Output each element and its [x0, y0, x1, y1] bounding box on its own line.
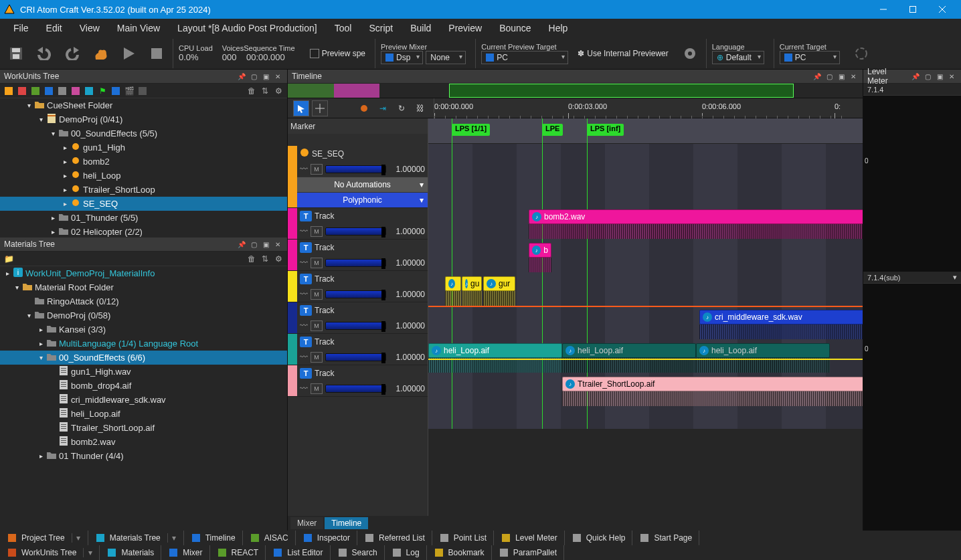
- tree-item[interactable]: ▸02 Helicopter (2/2): [0, 225, 287, 238]
- bottom-tab-point-list[interactable]: Point List: [432, 531, 494, 545]
- tree-item[interactable]: ▾DemoProj (0/58): [0, 308, 287, 322]
- stop-icon[interactable]: [145, 41, 169, 66]
- bottom-tab-start-page[interactable]: Start Page: [632, 531, 699, 545]
- bottom-tab-aisac[interactable]: AISAC: [243, 531, 296, 545]
- bottom-tab-workunits-tree[interactable]: WorkUnits Tree▾: [0, 545, 100, 560]
- materials-tree[interactable]: ▸iWorkUnit_DemoProj_MaterialInfo▾Materia…: [0, 266, 287, 531]
- undo-icon[interactable]: [32, 41, 56, 66]
- tree-item[interactable]: RingoAttack (0/12): [0, 294, 287, 308]
- record-icon[interactable]: [356, 100, 372, 116]
- bottom-tab-search[interactable]: Search: [331, 545, 385, 560]
- chevron-down-icon[interactable]: ▾: [72, 533, 81, 543]
- tree-item[interactable]: cri_middleware_sdk.wav: [0, 393, 287, 407]
- tree-item[interactable]: ▸heli_Loop: [0, 169, 287, 183]
- tree-twisty-icon[interactable]: ▸: [36, 326, 46, 333]
- tree-item[interactable]: ▸bomb2: [0, 155, 287, 169]
- close-button[interactable]: [928, 0, 957, 19]
- folder-icon[interactable]: 📁: [3, 253, 15, 265]
- bottom-tab-materials-tree[interactable]: Materials Tree▾: [88, 531, 184, 545]
- tree-twisty-icon[interactable]: ▸: [60, 172, 70, 179]
- menu-script[interactable]: Script: [361, 20, 401, 36]
- menu-layout-8-audio-post-production-[interactable]: Layout *[8 Audio Post Production]: [169, 20, 325, 36]
- menu-main-view[interactable]: Main View: [109, 20, 168, 36]
- link-icon[interactable]: ⛓: [412, 100, 428, 116]
- timeline-clip[interactable]: ♪heli_Loop.aif: [562, 343, 696, 358]
- bottom-tab-quick-help[interactable]: Quick Help: [565, 531, 633, 545]
- pin-icon[interactable]: 📌: [236, 239, 247, 250]
- sort-icon[interactable]: ⇅: [259, 85, 271, 97]
- tree-twisty-icon[interactable]: ▸: [36, 340, 46, 347]
- meter-format-2[interactable]: 7.1.4(sub)▾: [863, 272, 961, 284]
- preview-spe-check[interactable]: Preview spe: [304, 49, 371, 58]
- gear-icon[interactable]: ⚙: [272, 85, 284, 97]
- redo-icon[interactable]: [60, 41, 84, 66]
- filter-e-icon[interactable]: [83, 85, 95, 97]
- pointer-tool-icon[interactable]: [293, 100, 309, 116]
- menu-help[interactable]: Help: [541, 20, 576, 36]
- menu-bounce[interactable]: Bounce: [491, 20, 539, 36]
- track-header[interactable]: TTrack〰M1.00000: [288, 365, 428, 397]
- automation-combo[interactable]: No Automations: [297, 177, 428, 192]
- timeline-marker[interactable]: LPS [1/1]: [452, 124, 490, 136]
- tree-twisty-icon[interactable]: ▸: [60, 200, 70, 207]
- mute-button[interactable]: M: [311, 164, 323, 175]
- chevron-down-icon[interactable]: ▾: [953, 273, 957, 282]
- mute-button[interactable]: M: [311, 226, 323, 237]
- bottom-tab-inspector[interactable]: Inspector: [296, 531, 357, 545]
- timeline-clip[interactable]: ♪: [445, 276, 461, 291]
- bottom-tab-parampallet[interactable]: ParamPallet: [492, 545, 564, 560]
- volume-slider[interactable]: [325, 227, 386, 236]
- tab-mixer[interactable]: Mixer: [290, 517, 323, 529]
- bottom-tab-referred-list[interactable]: Referred List: [357, 531, 432, 545]
- trash-icon[interactable]: 🗑: [246, 85, 258, 97]
- filter-b-icon[interactable]: [43, 85, 55, 97]
- filter-d-icon[interactable]: [70, 85, 82, 97]
- timeline-clip[interactable]: ♪bomb2.wav: [529, 209, 863, 224]
- mute-button[interactable]: M: [311, 289, 323, 300]
- mute-button[interactable]: M: [311, 352, 323, 363]
- filter-track-icon[interactable]: [16, 85, 28, 97]
- preview-none-combo[interactable]: None: [426, 51, 466, 64]
- track-header[interactable]: TTrack〰M1.00000: [288, 240, 428, 271]
- tree-twisty-icon[interactable]: ▸: [3, 270, 12, 277]
- volume-slider[interactable]: [325, 165, 386, 173]
- timeline-marker[interactable]: LPE: [542, 124, 563, 136]
- sequence-header[interactable]: SE_SEQ 〰 M 1.00000 No Automations Polyph…: [288, 146, 428, 208]
- close-panel-icon[interactable]: ✕: [272, 71, 283, 82]
- settings-gear-icon[interactable]: [678, 41, 702, 66]
- tree-item[interactable]: ▾CueSheet Folder: [0, 98, 287, 112]
- tree-item[interactable]: bomb2.wav: [0, 435, 287, 449]
- target-spinner-icon[interactable]: [849, 41, 873, 66]
- import-icon[interactable]: [88, 41, 112, 66]
- mute-button[interactable]: M: [311, 320, 323, 331]
- menu-build[interactable]: Build: [402, 20, 439, 36]
- skip-icon[interactable]: ⇥: [375, 100, 391, 116]
- workunits-tree[interactable]: ▾CueSheet Folder▾DemoProj (0/41)▾00_Soun…: [0, 98, 287, 238]
- language-combo[interactable]: ⊕Default: [712, 51, 764, 64]
- tree-item[interactable]: ▾Material Root Folder: [0, 280, 287, 294]
- clapboard-icon[interactable]: 🎬: [123, 85, 135, 97]
- close-panel-icon[interactable]: ✕: [272, 239, 283, 250]
- marker-lane[interactable]: LPS [1/1]LPELPS [inf]: [428, 118, 863, 144]
- timeline-clip[interactable]: ♪heli_Loop.aif: [428, 343, 562, 358]
- mute-button[interactable]: M: [311, 258, 323, 268]
- tree-twisty-icon[interactable]: ▸: [60, 186, 70, 193]
- tree-twisty-icon[interactable]: ▾: [48, 130, 58, 137]
- automation-line[interactable]: [428, 306, 863, 307]
- tree-twisty-icon[interactable]: ▾: [24, 312, 33, 319]
- restore-panel-icon[interactable]: ▣: [934, 71, 945, 82]
- tree-item[interactable]: ▾00_SoundEffects (5/5): [0, 126, 287, 141]
- restore-panel-icon[interactable]: ▣: [836, 71, 847, 82]
- tree-item[interactable]: ▾DemoProj (0/41): [0, 112, 287, 126]
- timeline-clip[interactable]: ♪cri_middleware_sdk.wav: [699, 310, 863, 324]
- envelope-line[interactable]: [428, 359, 863, 360]
- timeline-ruler[interactable]: 0:00:00.0000:00:03.0000:00:06.0000:: [434, 98, 860, 118]
- save-icon[interactable]: [4, 41, 28, 66]
- tree-twisty-icon[interactable]: ▾: [36, 116, 46, 123]
- tree-item[interactable]: ▸MultiLanguage (1/4) Language Root: [0, 337, 287, 351]
- menu-edit[interactable]: Edit: [38, 20, 70, 36]
- tree-twisty-icon[interactable]: ▸: [60, 158, 70, 165]
- filter-g-icon[interactable]: [137, 85, 149, 97]
- track-header[interactable]: TTrack〰M1.00000: [288, 334, 428, 365]
- timeline-clip[interactable]: ♪Ttrailer_ShortLoop.aif: [562, 377, 863, 391]
